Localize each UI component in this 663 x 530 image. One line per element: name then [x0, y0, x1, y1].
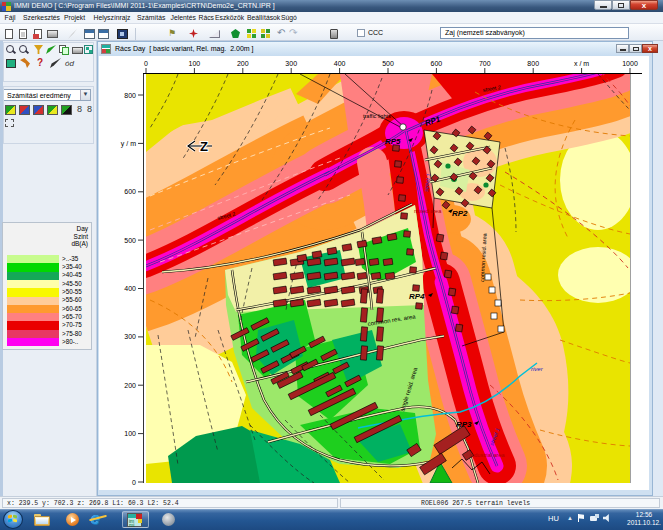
svg-text:industrial area: industrial area: [470, 452, 505, 458]
svg-text:200: 200: [124, 382, 136, 389]
svg-text:traffic lights: traffic lights: [363, 113, 391, 119]
svg-text:RP2: RP2: [452, 209, 468, 218]
svg-text:300: 300: [124, 333, 136, 340]
svg-text:0: 0: [132, 479, 136, 486]
svg-text:300: 300: [285, 60, 297, 67]
svg-text:200: 200: [237, 60, 249, 67]
svg-text:y / m: y / m: [121, 140, 136, 148]
svg-text:500: 500: [124, 237, 136, 244]
svg-text:x / m: x / m: [574, 60, 589, 67]
svg-text:RP3: RP3: [456, 420, 472, 429]
svg-text:100: 100: [124, 430, 136, 437]
svg-text:400: 400: [124, 285, 136, 292]
svg-text:800: 800: [124, 92, 136, 99]
svg-text:0: 0: [144, 60, 148, 67]
svg-text:800: 800: [527, 60, 539, 67]
svg-text:mixed area: mixed area: [414, 208, 442, 214]
svg-text:RP5: RP5: [385, 137, 401, 146]
svg-text:500: 500: [382, 60, 394, 67]
svg-text:400: 400: [334, 60, 346, 67]
svg-text:600: 600: [431, 60, 443, 67]
svg-text:600: 600: [124, 188, 136, 195]
svg-text:Z: Z: [200, 139, 208, 154]
svg-text:100: 100: [189, 60, 201, 67]
svg-text:1000: 1000: [622, 60, 638, 67]
svg-text:RP4: RP4: [409, 292, 425, 301]
svg-text:700: 700: [479, 60, 491, 67]
svg-text:river: river: [531, 366, 544, 372]
